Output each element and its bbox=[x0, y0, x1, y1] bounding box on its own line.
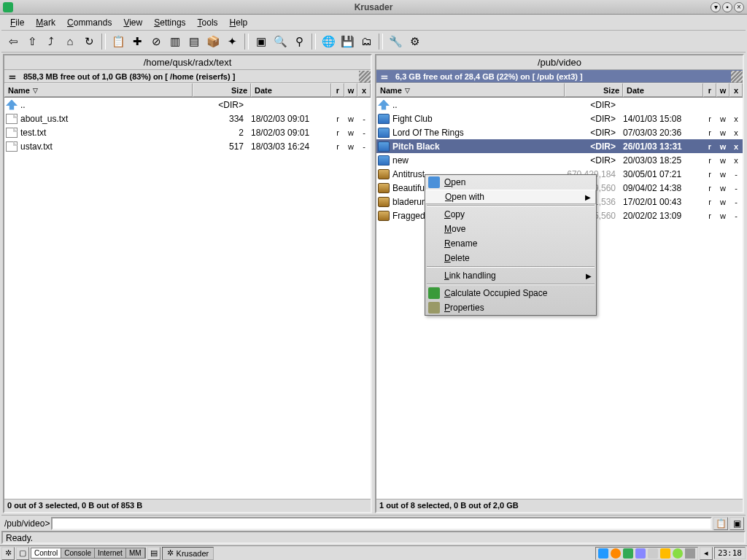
menu-mark[interactable]: Mark bbox=[30, 16, 61, 29]
left-header-name[interactable]: Name▽ bbox=[4, 83, 193, 97]
tray-icon[interactable] bbox=[623, 548, 633, 559]
file-row[interactable]: Fight Club<DIR>14/01/03 15:08rwx bbox=[376, 112, 743, 125]
context-label: Move bbox=[444, 224, 465, 234]
close-button[interactable]: × bbox=[734, 2, 744, 12]
pager-console[interactable]: Console bbox=[61, 548, 95, 558]
left-header-size[interactable]: Size bbox=[193, 83, 251, 97]
file-perm-w: w bbox=[716, 198, 729, 206]
right-header-date[interactable]: Date bbox=[623, 83, 703, 97]
paste-button[interactable]: 📋 bbox=[109, 33, 127, 50]
kmenu-button[interactable]: ✲ bbox=[1, 547, 15, 560]
resize-grip[interactable] bbox=[731, 71, 743, 82]
file-size: 517 bbox=[193, 141, 251, 152]
file-perm-r: r bbox=[703, 128, 716, 137]
filter-icon[interactable]: ⚌ bbox=[378, 71, 391, 82]
left-header-date[interactable]: Date bbox=[251, 83, 331, 97]
delete-button[interactable]: ⊘ bbox=[147, 33, 165, 50]
split-v-button[interactable]: ▤ bbox=[185, 33, 203, 50]
tray-icon[interactable] bbox=[673, 548, 683, 559]
find-button[interactable]: ⚲ bbox=[290, 33, 308, 50]
file-row[interactable]: test.txt218/02/03 09:01rw- bbox=[4, 125, 371, 139]
filter-icon[interactable]: ⚌ bbox=[6, 71, 19, 82]
tools-button[interactable]: 🔧 bbox=[387, 33, 404, 50]
select-button[interactable]: ▣ bbox=[252, 33, 270, 50]
right-header-w[interactable]: w bbox=[716, 83, 729, 97]
file-date: 07/03/03 20:36 bbox=[623, 128, 703, 138]
menu-tools[interactable]: Tools bbox=[192, 16, 224, 29]
tool-bar: ⇦⇧⤴⌂↻📋✚⊘▥▤📦✦▣🔍⚲🌐💾🗂🔧⚙ bbox=[1, 31, 746, 52]
new-button[interactable]: ✚ bbox=[128, 33, 146, 50]
pager-internet[interactable]: Internet bbox=[95, 548, 126, 558]
file-row[interactable]: new<DIR>20/03/03 18:25rwx bbox=[376, 153, 743, 167]
prefs-button[interactable]: ⚙ bbox=[406, 33, 423, 50]
menu-settings[interactable]: Settings bbox=[148, 16, 191, 29]
context-link-handling[interactable]: Link handling▶ bbox=[425, 268, 596, 283]
zoom-button[interactable]: 🔍 bbox=[271, 33, 289, 50]
show-desktop-button[interactable]: ▢ bbox=[16, 547, 29, 560]
file-row[interactable]: ..<DIR> bbox=[4, 98, 371, 112]
tray-icon[interactable] bbox=[635, 548, 646, 559]
tray-icon[interactable] bbox=[598, 548, 608, 559]
pager-control[interactable]: Control bbox=[31, 548, 61, 558]
context-label: Rename bbox=[444, 238, 477, 249]
tray-icon[interactable] bbox=[660, 548, 670, 559]
menu-help[interactable]: Help bbox=[224, 16, 254, 29]
context-calculate-occupied-space[interactable]: Calculate Occupied Space bbox=[425, 286, 596, 300]
file-row[interactable]: Lord Of The Rings<DIR>07/03/03 20:36rwx bbox=[376, 125, 743, 139]
file-date: 18/02/03 09:01 bbox=[251, 128, 331, 138]
globe-button[interactable]: 🌐 bbox=[320, 33, 337, 50]
file-perm-x: x bbox=[729, 156, 743, 165]
menu-view[interactable]: View bbox=[117, 16, 148, 29]
menu-file[interactable]: File bbox=[4, 16, 30, 29]
home-button[interactable]: ⌂ bbox=[61, 33, 79, 50]
left-header-x[interactable]: x bbox=[357, 83, 371, 97]
tray-icon[interactable] bbox=[648, 548, 658, 559]
command-run-button[interactable]: ▣ bbox=[729, 517, 744, 530]
left-header-r[interactable]: r bbox=[331, 83, 344, 97]
command-input[interactable] bbox=[51, 517, 712, 530]
clock[interactable]: 23:18 bbox=[714, 547, 746, 559]
context-delete[interactable]: Delete bbox=[425, 251, 596, 265]
right-header-size[interactable]: Size bbox=[565, 83, 623, 97]
folder-tree-button[interactable]: 🗂 bbox=[357, 33, 375, 50]
back-button[interactable]: ⇦ bbox=[4, 33, 22, 50]
right-header-name[interactable]: Name▽ bbox=[376, 83, 565, 97]
left-path[interactable]: /home/qusk/radx/text bbox=[4, 55, 371, 70]
context-copy[interactable]: Copy bbox=[425, 207, 596, 222]
toolbar-separator bbox=[244, 34, 249, 50]
left-header-w[interactable]: w bbox=[344, 83, 357, 97]
context-properties[interactable]: Properties bbox=[425, 300, 596, 315]
resize-grip[interactable] bbox=[359, 71, 371, 82]
left-file-list[interactable]: ..<DIR>about_us.txt33418/02/03 09:01rw-t… bbox=[4, 98, 371, 499]
compress-button[interactable]: 📦 bbox=[204, 33, 222, 50]
menu-commands[interactable]: Commands bbox=[61, 16, 117, 29]
right-header-r[interactable]: r bbox=[703, 83, 716, 97]
window-list-button[interactable]: ▤ bbox=[147, 547, 160, 560]
file-row[interactable]: ..<DIR> bbox=[376, 98, 743, 112]
new-icon: ✚ bbox=[133, 35, 142, 48]
tray-expand-button[interactable]: ◂ bbox=[700, 547, 713, 560]
context-open[interactable]: Open bbox=[425, 175, 596, 190]
speaker-icon[interactable] bbox=[685, 548, 695, 559]
file-row[interactable]: ustav.txt51718/03/03 16:24rw- bbox=[4, 139, 371, 153]
pager-mm[interactable]: MM bbox=[126, 548, 145, 558]
disk-button[interactable]: 💾 bbox=[338, 33, 356, 50]
disk-icon: 💾 bbox=[341, 35, 355, 48]
file-row[interactable]: Pitch Black<DIR>26/01/03 13:31rwx bbox=[376, 139, 743, 153]
right-path[interactable]: /pub/video bbox=[376, 55, 743, 70]
file-row[interactable]: about_us.txt33418/02/03 09:01rw- bbox=[4, 112, 371, 125]
wand-button[interactable]: ✦ bbox=[223, 33, 241, 50]
context-rename[interactable]: Rename bbox=[425, 236, 596, 251]
context-open-with[interactable]: Open with▶ bbox=[425, 190, 596, 204]
taskbar-task-krusader[interactable]: ✲ Krusader bbox=[162, 547, 214, 560]
right-header-x[interactable]: x bbox=[729, 83, 743, 97]
maximize-button[interactable]: ▪ bbox=[722, 2, 732, 12]
tray-icon[interactable] bbox=[611, 548, 621, 559]
refresh-button[interactable]: ↻ bbox=[80, 33, 98, 50]
split-h-button[interactable]: ▥ bbox=[166, 33, 184, 50]
command-history-button[interactable]: 📋 bbox=[713, 517, 728, 530]
minimize-button[interactable]: ▾ bbox=[711, 2, 721, 12]
up-button[interactable]: ⇧ bbox=[23, 33, 41, 50]
up-alt-button[interactable]: ⤴ bbox=[42, 33, 60, 50]
context-move[interactable]: Move bbox=[425, 222, 596, 236]
